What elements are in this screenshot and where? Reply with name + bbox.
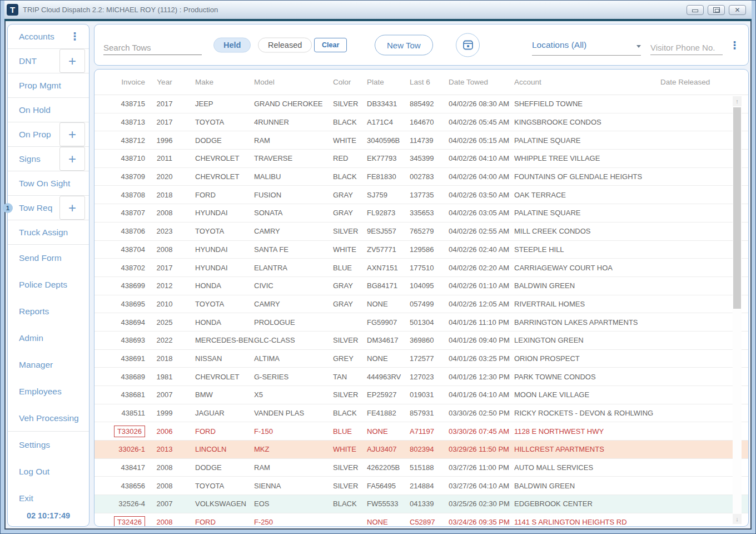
table-scrollbar[interactable]: ↑ ↓ <box>733 96 742 524</box>
visitor-phone-input[interactable] <box>650 41 723 55</box>
toolbar-kebab-icon[interactable]: ⋮ <box>729 38 740 51</box>
table-row[interactable]: T330262006FORDF-150BLUENONEA7119703/30/2… <box>94 422 748 441</box>
table-row[interactable]: 4386562008TOYOTASIENNASILVERFA5649521488… <box>94 477 748 495</box>
table-row[interactable]: 4384172008DODGERAMSILVER4262205B51518803… <box>94 459 748 477</box>
sidebar-item-veh-processing[interactable]: Veh Processing <box>8 405 89 432</box>
sidebar-item-on-prop[interactable]: On Prop+ <box>8 122 89 147</box>
table-row[interactable]: 32526-42007VOLKSWAGENEOSBLACKFW555330413… <box>94 495 748 513</box>
table-row[interactable]: 4386942025HONDAPROLOGUEFG5990750130404/0… <box>94 313 748 332</box>
sidebar-item-dnt[interactable]: DNT+ <box>8 49 89 73</box>
cell-year: 2011 <box>145 154 184 162</box>
sidebar-item-settings[interactable]: Settings <box>8 432 89 458</box>
cell-last6: 114739 <box>410 136 449 145</box>
column-header-year[interactable]: Year <box>145 78 184 86</box>
sidebar-item-police-depts[interactable]: Police Depts <box>8 271 89 298</box>
sidebar-item-admin[interactable]: Admin <box>8 325 89 352</box>
sidebar-item-tow-on-sight[interactable]: Tow On Sight <box>8 171 89 196</box>
column-header-released[interactable]: Date Released <box>660 78 748 86</box>
table-row[interactable]: 4387152017JEEPGRAND CHEROKEESILVERDB3343… <box>94 95 748 113</box>
table-row[interactable]: 4387062023TOYOTACAMRYSILVER9ESJ557765279… <box>94 222 748 241</box>
sidebar-item-truck-assign[interactable]: Truck Assign <box>8 220 89 245</box>
column-header-invoice[interactable]: Invoice <box>102 78 145 86</box>
cell-color: SILVER <box>333 336 367 344</box>
invoice-value: 438706 <box>121 227 145 235</box>
invoice-value: 438656 <box>121 482 145 490</box>
plus-button[interactable]: + <box>59 49 85 73</box>
column-header-plate[interactable]: Plate <box>367 78 410 86</box>
table-row[interactable]: 4387132017TOYOTA4RUNNERBLACKA171C4164670… <box>94 113 748 132</box>
cell-invoice: 438511 <box>102 409 145 417</box>
calendar-button[interactable] <box>456 33 480 57</box>
cell-make: DODGE <box>184 463 254 472</box>
cell-model: 4RUNNER <box>254 118 333 126</box>
table-row[interactable]: 4386891981CHEVROLETG-SERIESTAN444963RV12… <box>94 368 748 386</box>
table-row[interactable]: 4386912018NISSANALTIMAGREYNONE17257704/0… <box>94 350 748 368</box>
sidebar-item-prop-mgmt[interactable]: Prop Mgmt <box>8 73 89 98</box>
table-row[interactable]: 4387121996DODGERAMWHITE3040596B11473904/… <box>94 131 748 150</box>
cell-color: WHITE <box>333 245 367 254</box>
cell-color: SILVER <box>333 482 367 490</box>
column-header-account[interactable]: Account <box>514 78 660 86</box>
sidebar-item-tow-req[interactable]: Tow Req+1 <box>8 196 89 220</box>
table-row[interactable]: 4387022017HYUNDAIELANTRABLUEAXN715117751… <box>94 259 748 277</box>
table-row[interactable]: 33026-12013LINCOLNMKZWHITEAJU34078023940… <box>94 441 748 459</box>
plus-button[interactable]: + <box>59 147 85 171</box>
plus-button[interactable]: + <box>59 196 85 220</box>
sidebar-item-employees[interactable]: Employees <box>8 378 89 405</box>
cell-model: FUSION <box>254 191 333 199</box>
table-row[interactable]: 4387102011CHEVROLETTRAVERSEREDEK77793345… <box>94 150 748 168</box>
scroll-up-button[interactable]: ↑ <box>733 96 742 106</box>
minimize-button[interactable] <box>687 5 704 15</box>
plus-button[interactable]: + <box>59 122 85 146</box>
new-tow-button[interactable]: New Tow <box>375 34 433 55</box>
table-row[interactable]: 4387072008HYUNDAISONATAGRAYFL92873335653… <box>94 204 748 222</box>
sidebar-item-accounts[interactable]: Accounts⋮ <box>8 24 89 49</box>
cell-plate: NONE <box>367 300 410 308</box>
scroll-thumb[interactable] <box>733 107 741 309</box>
search-input[interactable] <box>103 41 202 55</box>
table-row[interactable]: 4387082018FORDFUSIONGRAYSJ75913773504/02… <box>94 186 748 204</box>
sidebar-item-exit[interactable]: Exit <box>8 485 89 512</box>
released-toggle[interactable]: Released <box>258 37 312 52</box>
column-header-make[interactable]: Make <box>184 78 254 86</box>
cell-invoice: 438689 <box>102 373 145 381</box>
table-row[interactable]: 4386992012HONDACIVICGRAYBG8417110409504/… <box>94 277 748 295</box>
cell-year: 2007 <box>145 500 184 508</box>
cell-model: F-250 <box>254 518 333 526</box>
clear-button[interactable]: Clear <box>314 38 347 52</box>
cell-model: GLC-CLASS <box>254 336 333 344</box>
sidebar-item-signs[interactable]: Signs+ <box>8 147 89 171</box>
cell-make: FORD <box>184 191 254 199</box>
table-row[interactable]: 4387042008HYUNDAISANTA FEWHITEZV57771129… <box>94 241 748 259</box>
cell-year: 2008 <box>145 209 184 217</box>
cell-plate: NONE <box>367 354 410 363</box>
table-row[interactable]: 4386932022MERCEDES-BENZGLC-CLASSSILVERDM… <box>94 332 748 350</box>
sidebar-item-manager[interactable]: Manager <box>8 352 89 378</box>
sidebar-item-label: Employees <box>19 387 62 397</box>
sidebar-item-log-out[interactable]: Log Out <box>8 458 89 485</box>
maximize-button[interactable] <box>708 5 725 15</box>
sidebar-item-on-hold[interactable]: On Hold <box>8 98 89 122</box>
table-row[interactable]: 4386952010TOYOTACAMRYGRAYNONE05749904/02… <box>94 295 748 314</box>
sidebar-item-label: Log Out <box>19 467 49 477</box>
table-row[interactable]: 4387092020CHEVROLETMALIBUBLACKFE81830002… <box>94 168 748 186</box>
column-header-last6[interactable]: Last 6 <box>410 78 449 86</box>
cell-color: GREY <box>333 354 367 363</box>
app-logo-icon: T <box>7 4 18 16</box>
held-toggle[interactable]: Held <box>213 37 251 52</box>
table-row[interactable]: 4385111999JAGUARVANDEN PLASBLACKFE418828… <box>94 404 748 423</box>
close-button[interactable]: ✕ <box>729 5 746 15</box>
sidebar-item-reports[interactable]: Reports <box>8 298 89 325</box>
kebab-icon[interactable]: ⋮ <box>69 30 80 43</box>
column-header-towed[interactable]: Date Towed <box>449 78 514 86</box>
cell-last6: A71197 <box>410 427 449 436</box>
locations-select[interactable]: Locations (All) <box>532 40 641 56</box>
table-row[interactable]: T324262008FORDF-250NONEC5289703/24/26 09… <box>94 513 748 527</box>
cell-color: RED <box>333 154 367 162</box>
column-header-color[interactable]: Color <box>333 78 367 86</box>
table-row[interactable]: 4386812007BMWX5SILVEREP2592701903104/01/… <box>94 386 748 404</box>
sidebar-item-send-form[interactable]: Send Form <box>8 245 89 271</box>
cell-invoice: 32526-4 <box>102 500 145 508</box>
column-header-model[interactable]: Model <box>254 78 333 86</box>
scroll-down-button[interactable]: ↓ <box>733 514 742 524</box>
